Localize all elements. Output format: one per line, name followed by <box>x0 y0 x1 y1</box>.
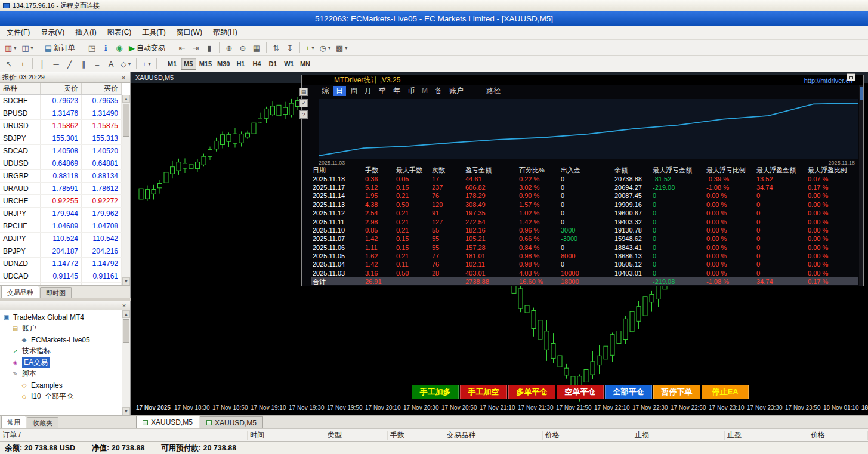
arrows-button[interactable]: ◇▾ <box>118 57 133 70</box>
cursor-button[interactable]: ↖ <box>2 57 16 70</box>
navigator-item[interactable]: ▣TradeMax Global MT4 <box>0 311 122 323</box>
fibonacci-button[interactable]: ≡ <box>91 57 104 70</box>
market-watch-row[interactable]: URUSD1.158621.15875 <box>0 120 122 132</box>
column-header[interactable]: 最大浮亏比例 <box>705 166 755 174</box>
navigator-item[interactable]: ◆ECMarkets-Live05 <box>0 334 122 345</box>
timeframe-h1[interactable]: H1 <box>233 58 248 70</box>
mtdriver-tab[interactable]: 备 <box>432 86 445 96</box>
timeframe-mn[interactable]: MN <box>297 58 313 70</box>
close-long-button[interactable]: 多单平仓 <box>508 385 555 399</box>
stop-ea-button[interactable]: 停止EA <box>702 385 749 399</box>
channel-button[interactable]: ∥ <box>77 57 90 70</box>
mtdriver-tab[interactable]: 日 <box>333 86 346 96</box>
market-watch-row[interactable]: BPUSD1.314761.31490 <box>0 107 122 120</box>
menu-item[interactable]: 插入(I) <box>70 26 101 39</box>
navigator-item[interactable]: ▤账户 <box>0 323 122 334</box>
mtdriver-tab[interactable]: 综 <box>319 86 332 96</box>
market-watch-row[interactable]: URGBP0.881180.88134 <box>0 170 122 183</box>
chart-tab[interactable]: XAUUSD,M5 <box>136 416 199 428</box>
scrollbar-thumb[interactable] <box>123 104 129 137</box>
column-header[interactable]: 最大浮盈金额 <box>755 166 807 174</box>
navigator-scrollbar[interactable]: ▲ ▼ <box>122 310 130 415</box>
market-watch-row[interactable]: URAUD1.785911.78612 <box>0 183 122 195</box>
navigator-tab[interactable]: 收藏夹 <box>27 417 58 428</box>
mtdriver-tab[interactable]: 币 <box>404 86 418 96</box>
terminal-column-header[interactable]: 时间 <box>248 431 325 440</box>
menu-item[interactable]: 图表(C) <box>102 26 137 39</box>
terminal-column-header[interactable]: 类型 <box>325 431 388 440</box>
market-watch-tab[interactable]: 交易品种 <box>1 286 39 298</box>
column-header[interactable]: 买价 <box>82 83 122 94</box>
market-watch-row[interactable]: UDUSD0.648690.64881 <box>0 157 122 170</box>
market-watch-row[interactable]: UDNZD1.147721.14792 <box>0 258 122 270</box>
zoom-in-button[interactable]: ⊕ <box>223 41 236 54</box>
navigator-item[interactable]: ◇I10_全部平仓 <box>0 391 122 402</box>
column-header[interactable]: 百分比% <box>518 166 560 174</box>
chart-shift-button[interactable]: ⇤ <box>175 41 189 54</box>
periods-button[interactable]: ◷▾ <box>317 41 333 54</box>
templates-button[interactable]: ▩▾ <box>333 41 350 54</box>
menu-item[interactable]: 显示(V) <box>35 26 70 39</box>
profiles-button[interactable]: ◫▾ <box>19 41 35 54</box>
indicators-button[interactable]: +▾ <box>303 41 317 54</box>
terminal-column-header[interactable]: 价格 <box>543 431 632 440</box>
mtdriver-tab[interactable]: 月 <box>362 86 375 96</box>
timeframe-w1[interactable]: W1 <box>281 58 296 70</box>
cycle-lines-button[interactable]: +▾ <box>140 57 153 70</box>
market-watch-row[interactable]: SDCHF0.796230.79635 <box>0 95 122 107</box>
mtdriver-tab[interactable]: M <box>419 87 431 95</box>
navigator-item[interactable]: ↗技术指标 <box>0 345 122 357</box>
scroll-down-icon[interactable]: ▼ <box>122 277 130 285</box>
scroll-up-icon[interactable]: ▲ <box>122 95 130 103</box>
chart-check-button[interactable]: ✓ <box>299 99 308 107</box>
window-title-bar[interactable]: 5122063: ECMarkets-Live05 - EC Markets L… <box>0 11 868 26</box>
column-header[interactable]: 余额 <box>613 166 651 174</box>
bar-chart-mode-button[interactable]: ▮ <box>203 41 216 54</box>
terminal-column-header[interactable]: 订单 / <box>0 431 248 440</box>
chart-tab[interactable]: XAUUSD,M5 <box>200 416 263 428</box>
terminal-column-header[interactable]: 止盈 <box>725 431 808 440</box>
auto-scroll-button[interactable]: ⇥ <box>189 41 202 54</box>
navigator-item[interactable]: ✎脚本 <box>0 368 122 379</box>
close-short-button[interactable]: 空单平仓 <box>557 385 604 399</box>
autotrading-button[interactable]: ▶自动交易 <box>126 41 169 54</box>
strategy-tester-button[interactable]: ↧ <box>283 41 296 54</box>
market-watch-row[interactable]: ADJPY110.524110.542 <box>0 233 122 245</box>
market-watch-row[interactable]: BPJPY204.187204.216 <box>0 245 122 258</box>
column-header[interactable]: 盈亏金额 <box>464 166 518 174</box>
market-watch-row[interactable]: BPCHF1.046891.04708 <box>0 220 122 233</box>
market-watch-scrollbar[interactable]: ▲ ▼ <box>122 95 130 285</box>
mtdriver-tab[interactable]: 周 <box>347 86 360 96</box>
text-label-button[interactable]: A <box>104 57 118 70</box>
column-header[interactable]: 卖价 <box>41 83 82 94</box>
mtdriver-tab[interactable]: 季 <box>376 86 389 96</box>
chart-window[interactable]: XAUUSD,M5 ▤✓? 17 Nov 202517 Nov 18:3017 … <box>131 72 868 415</box>
scroll-up-icon[interactable]: ▲ <box>122 310 130 318</box>
new-order-button[interactable]: ▤新订单 <box>42 41 79 54</box>
column-header[interactable]: 最大浮亏金额 <box>651 166 705 174</box>
vertical-line-button[interactable]: │ <box>36 57 49 70</box>
market-watch-row[interactable]: URCHF0.922550.92272 <box>0 195 122 208</box>
mtdriver-scrollbar[interactable] <box>859 85 863 286</box>
menu-item[interactable]: 帮助(H) <box>208 26 243 39</box>
terminal-column-header[interactable]: 价格 <box>808 431 868 440</box>
market-watch-row[interactable]: URJPY179.944179.962 <box>0 208 122 220</box>
manual-sell-button[interactable]: 手工加空 <box>460 385 507 399</box>
mtdriver-tab-path[interactable]: 路径 <box>483 86 503 96</box>
column-header[interactable]: 最大浮盈比例 <box>807 166 858 174</box>
menu-item[interactable]: 窗口(W) <box>171 26 208 39</box>
column-header[interactable]: 日期 <box>311 166 364 174</box>
navigator-tab[interactable]: 常用 <box>1 416 26 428</box>
chart-help-button[interactable]: ? <box>299 110 308 119</box>
navigator-item[interactable]: ◈EA交易 <box>0 357 122 368</box>
zoom-out-button[interactable]: ⊖ <box>236 41 249 54</box>
scrollbar-thumb[interactable] <box>123 319 129 343</box>
navigator-item[interactable]: ◇Examples <box>0 379 122 391</box>
column-header[interactable]: 出入金 <box>560 166 613 174</box>
market-watch-row[interactable]: SDCAD1.405081.40520 <box>0 145 122 157</box>
timeframe-m1[interactable]: M1 <box>165 58 180 70</box>
close-all-button[interactable]: 全部平仓 <box>605 385 652 399</box>
trendline-button[interactable]: ╱ <box>63 57 76 70</box>
depth-of-market-button[interactable]: ⇅ <box>270 41 283 54</box>
chart-list-button[interactable]: ▤ <box>299 88 308 96</box>
